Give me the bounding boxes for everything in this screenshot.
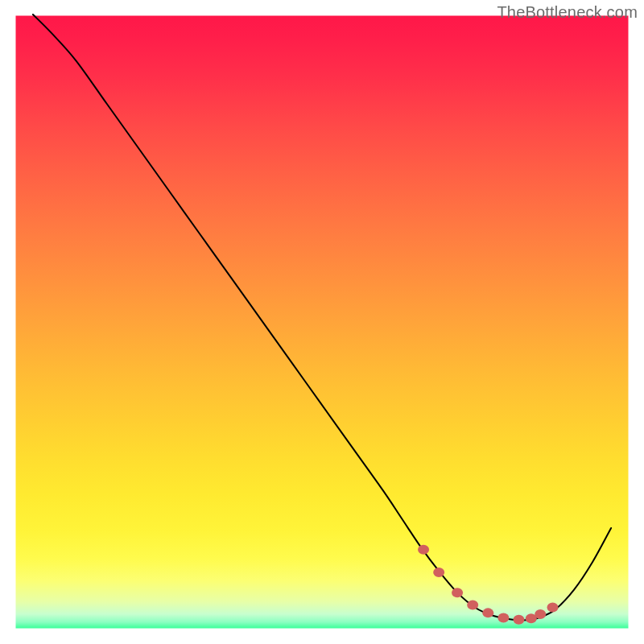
- marker-dot: [497, 613, 509, 622]
- marker-dot: [467, 600, 478, 609]
- bottleneck-chart: [0, 0, 644, 644]
- marker-dot: [452, 588, 463, 597]
- marker-dot: [418, 545, 429, 555]
- marker-dot: [547, 603, 559, 613]
- marker-dot: [482, 608, 493, 617]
- plot-area: [14, 14, 630, 630]
- marker-dot: [535, 609, 546, 619]
- watermark-text: TheBottleneck.com: [497, 3, 638, 22]
- marker-dot: [513, 615, 524, 625]
- chart-container: TheBottleneck.com: [0, 0, 644, 644]
- marker-dot: [433, 568, 444, 577]
